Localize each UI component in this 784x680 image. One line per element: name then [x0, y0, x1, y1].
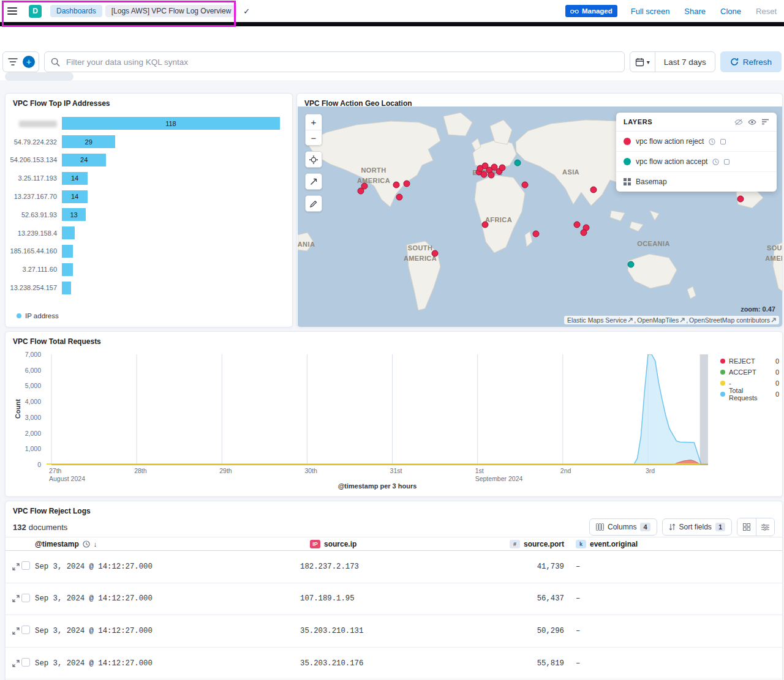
menu-icon[interactable]: [7, 4, 21, 18]
attribution-link-openmaptiles[interactable]: OpenMapTiles: [637, 316, 685, 324]
logs-header-timestamp[interactable]: @timestamp↓: [35, 540, 300, 548]
kql-input[interactable]: [65, 57, 618, 67]
check-icon[interactable]: ✓: [243, 7, 250, 16]
reject-dot[interactable]: [481, 171, 487, 177]
reject-dot[interactable]: [404, 181, 410, 187]
eye-off-icon[interactable]: [734, 119, 743, 125]
logs-header-source-port[interactable]: #source.port: [514, 540, 564, 548]
layer-checkbox[interactable]: [720, 139, 726, 144]
zoom-out-button[interactable]: −: [306, 130, 322, 145]
logs-header-source-port-label: source.port: [524, 540, 564, 548]
ip-bar[interactable]: 14: [62, 190, 88, 203]
reject-dot[interactable]: [574, 222, 580, 228]
requests-chart[interactable]: [47, 354, 708, 465]
ip-bar[interactable]: 118: [62, 117, 280, 130]
reject-dot[interactable]: [482, 222, 488, 228]
ip-bar-label: 185.165.44.160: [6, 247, 57, 255]
eye-icon[interactable]: [748, 119, 756, 125]
layer-row-vpc-flow-action-reject[interactable]: vpc flow action reject: [616, 132, 777, 152]
legend-item-reject[interactable]: REJECT0: [720, 356, 779, 367]
breadcrumb-item-dashboards[interactable]: Dashboards: [50, 5, 102, 17]
reject-dot[interactable]: [432, 250, 438, 256]
ip-bar[interactable]: 14: [62, 172, 88, 185]
collapsed-filter-pill[interactable]: [5, 72, 74, 81]
ip-legend[interactable]: IP address: [17, 312, 59, 319]
panel-title-geo: VPC Flow Action Geo Location: [297, 94, 782, 108]
layer-row-vpc-flow-action-accept[interactable]: vpc flow action accept: [616, 152, 777, 172]
reject-dot[interactable]: [581, 230, 587, 236]
ip-bar[interactable]: 24: [62, 154, 106, 166]
display-options-button[interactable]: [737, 518, 756, 536]
layer-row-basemap[interactable]: Basemap: [616, 172, 777, 192]
deployment-logo[interactable]: D: [29, 5, 42, 18]
attribution-separator: ,: [634, 316, 636, 324]
row-checkbox[interactable]: [21, 594, 30, 602]
layer-order-icon[interactable]: [761, 119, 769, 125]
row-checkbox[interactable]: [21, 626, 30, 634]
logs-header-event-original[interactable]: kevent.original: [564, 540, 782, 548]
expand-icon: [12, 660, 20, 667]
legend-item-accept[interactable]: ACCEPT0: [720, 367, 779, 378]
fit-to-data-button[interactable]: [306, 152, 322, 167]
ip-bar-value: 118: [165, 120, 176, 127]
reject-dot[interactable]: [590, 187, 597, 193]
sort-fields-button[interactable]: Sort fields 1: [662, 518, 732, 536]
attribution-link-elastic-maps-service[interactable]: Elastic Maps Service: [567, 316, 633, 324]
filter-icon-button[interactable]: [3, 52, 23, 72]
row-checkbox[interactable]: [21, 658, 30, 667]
expand-row-button[interactable]: [10, 563, 21, 570]
logs-header-source-ip[interactable]: IPsource.ip: [300, 540, 514, 548]
row-checkbox[interactable]: [21, 561, 30, 570]
ip-bar[interactable]: [62, 282, 71, 294]
ip-bar[interactable]: 29: [62, 135, 115, 148]
add-filter-button[interactable]: +: [23, 56, 35, 68]
reject-dot[interactable]: [499, 165, 505, 171]
ip-bar[interactable]: [62, 226, 75, 239]
time-range-label[interactable]: Last 7 days: [655, 58, 715, 67]
attribution-link-openstreetmap-contributors[interactable]: OpenStreetMap contributors: [689, 316, 776, 324]
ip-bar[interactable]: [62, 245, 73, 258]
ip-bar-track: [62, 263, 284, 276]
reject-dot[interactable]: [737, 196, 744, 202]
ip-bar[interactable]: 13: [62, 208, 86, 221]
header-action-share[interactable]: Share: [684, 7, 706, 16]
header-action-full-screen[interactable]: Full screen: [631, 7, 670, 16]
reject-dot[interactable]: [488, 172, 494, 178]
reject-dot[interactable]: [533, 231, 539, 237]
expand-row-button[interactable]: [10, 660, 21, 667]
expand-icon: [12, 595, 20, 602]
ip-bar-track: [62, 245, 284, 258]
chevron-down-icon: ▾: [647, 59, 650, 65]
layer-checkbox[interactable]: [724, 159, 729, 165]
header-action-clone[interactable]: Clone: [720, 7, 741, 16]
accept-dot[interactable]: [514, 160, 521, 166]
legend-item-total-requests[interactable]: Total Requests0: [720, 389, 779, 400]
row-height-button[interactable]: [756, 518, 774, 536]
reject-dot[interactable]: [361, 183, 368, 189]
reject-dot[interactable]: [396, 194, 402, 200]
refresh-button[interactable]: Refresh: [720, 51, 782, 72]
reject-dot[interactable]: [522, 182, 528, 188]
x-tick-day: 2nd: [560, 467, 571, 475]
breadcrumb-item-logs-aws-vpc-flow-log-overview[interactable]: [Logs AWS] VPC Flow Log Overview: [105, 5, 238, 17]
map-area[interactable]: NORTH AMERICAEUROPEASIAAFRICASOUTH AMERI…: [298, 106, 783, 327]
reject-dot[interactable]: [491, 164, 497, 170]
expand-row-button[interactable]: [10, 595, 21, 602]
header-action-reset[interactable]: Reset: [756, 7, 777, 16]
edit-tools-button[interactable]: [306, 196, 322, 211]
req-legend: REJECT0ACCEPT0-0Total Requests0: [720, 356, 779, 400]
ip-bar[interactable]: [62, 263, 73, 276]
expand-row-button[interactable]: [10, 627, 21, 635]
calendar-button[interactable]: ▾: [630, 52, 655, 72]
columns-button[interactable]: Columns 4: [589, 518, 657, 536]
reject-dot[interactable]: [393, 182, 399, 188]
managed-badge[interactable]: Managed: [565, 5, 617, 17]
y-tick-label: 1,000: [6, 445, 41, 452]
bar-row: 118: [6, 114, 292, 133]
cell-timestamp: Sep 3, 2024 @ 14:12:27.000: [35, 594, 300, 603]
x-tick-month: September 2024: [475, 475, 523, 483]
y-tick-label: 2,000: [6, 430, 41, 437]
zoom-in-button[interactable]: +: [306, 114, 322, 130]
draw-tool-button[interactable]: [306, 174, 322, 189]
accept-dot[interactable]: [628, 261, 634, 267]
